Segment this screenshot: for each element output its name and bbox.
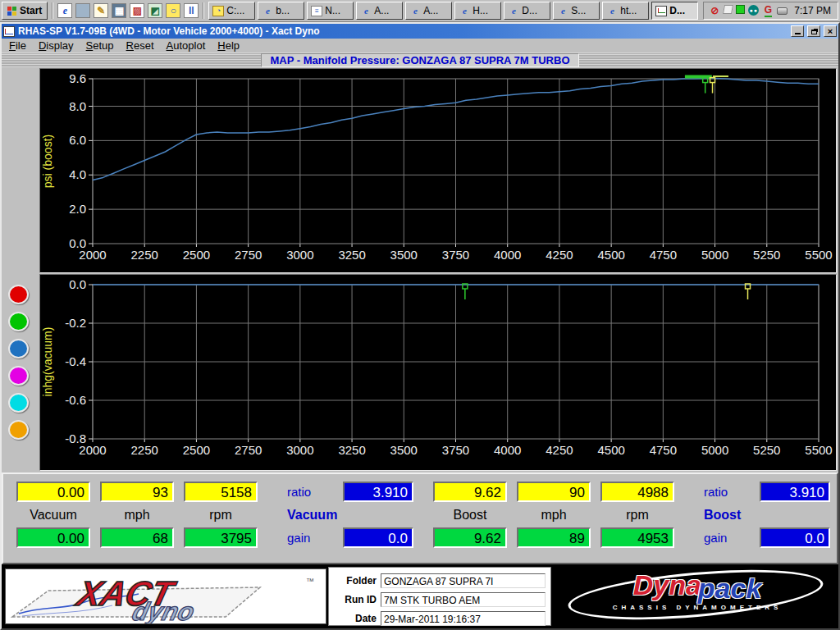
task-button-10[interactable]: D... <box>651 2 698 20</box>
menu-bar: FileDisplaySetupResetAutoplotHelp <box>2 39 838 53</box>
menu-reset[interactable]: Reset <box>121 39 161 52</box>
ie-icon: e <box>606 6 618 16</box>
boost-value-green: 9.62 <box>433 527 507 548</box>
task-button-label: D... <box>522 5 537 16</box>
run-color-button-3[interactable] <box>8 339 29 358</box>
svg-text:5000: 5000 <box>701 443 728 457</box>
run-color-button-2[interactable] <box>8 312 29 331</box>
task-button-label: A... <box>374 5 389 16</box>
gain-value: 0.0 <box>343 527 413 548</box>
svg-text:4250: 4250 <box>546 248 573 262</box>
menu-autoplot[interactable]: Autoplot <box>161 39 212 52</box>
run-color-button-6[interactable] <box>8 420 29 440</box>
svg-text:5250: 5250 <box>753 248 780 262</box>
minimize-button[interactable] <box>791 25 804 37</box>
boost-readout-group: 9.62 90 4988 ratio 3.910 Boost mph rpm B… <box>420 474 837 563</box>
system-tray: ⊘●●G 7:17 PM <box>703 2 838 20</box>
title-bar[interactable]: RHAS-SP V1.7-09B (4WD - Motor Vehicle 20… <box>2 24 838 39</box>
g-icon[interactable]: G <box>762 5 774 16</box>
menu-file[interactable]: File <box>3 39 33 52</box>
vacuum-chart[interactable]: 2000225025002750300032503500375040004250… <box>40 275 836 470</box>
svg-text:2750: 2750 <box>235 248 262 262</box>
start-button[interactable]: Start <box>2 2 48 20</box>
info-value-folder[interactable]: GONZAGA 87 SUPRA 7I <box>381 573 546 588</box>
dynapack-subtitle: CHASSIS DYNAMOMETERS <box>553 604 840 611</box>
run-color-button-4[interactable] <box>8 366 29 386</box>
ratio-label: ratio <box>684 482 750 502</box>
rpm-value-yellow: 5158 <box>184 482 258 502</box>
task-button-label: C:... <box>226 5 244 16</box>
svg-text:2250: 2250 <box>131 248 158 262</box>
ie-icon: e <box>409 6 421 16</box>
channels-icon[interactable] <box>75 3 90 18</box>
boost-chart-panel: 2000225025002750300032503500375040004250… <box>39 68 837 273</box>
svg-text:3250: 3250 <box>338 443 365 457</box>
task-button-2[interactable]: eb... <box>258 2 304 20</box>
vacuum-value-yellow: 0.00 <box>16 482 90 502</box>
notepad-icon: ≡ <box>311 6 322 16</box>
task-button-8[interactable]: eS... <box>553 2 600 20</box>
svg-text:4250: 4250 <box>546 443 573 457</box>
task-button-5[interactable]: eA... <box>405 2 452 20</box>
gain-label: gain <box>267 527 333 548</box>
svg-text:-0.4: -0.4 <box>65 354 86 368</box>
eraser-icon[interactable] <box>723 5 733 14</box>
mph-value-green: 68 <box>100 527 174 548</box>
menu-help[interactable]: Help <box>212 39 246 52</box>
svg-text:psi (boost): psi (boost) <box>41 135 54 188</box>
task-button-6[interactable]: eH... <box>454 2 501 20</box>
run-color-button-1[interactable] <box>8 285 29 304</box>
notepad-icon[interactable]: ✎ <box>94 3 108 18</box>
svg-text:2750: 2750 <box>235 443 262 457</box>
svg-text:5500: 5500 <box>805 248 832 262</box>
printer-icon[interactable] <box>777 7 788 15</box>
task-button-9[interactable]: eht... <box>602 2 649 20</box>
task-button-4[interactable]: eA... <box>356 2 403 20</box>
task-button-label: b... <box>276 5 290 16</box>
vacuum-value-green: 0.00 <box>16 527 90 548</box>
windows-flag-icon <box>7 7 17 16</box>
tray-icons: ⊘●●G <box>709 5 788 16</box>
columns-icon[interactable]: ll <box>184 3 199 18</box>
boost-value-yellow: 9.62 <box>433 482 507 502</box>
app-window: RHAS-SP V1.7-09B (4WD - Motor Vehicle 20… <box>0 22 840 630</box>
paint-icon[interactable]: ▨ <box>130 3 144 18</box>
svg-text:3500: 3500 <box>390 248 418 262</box>
dynapack-logo: Dynapack CHASSIS DYNAMOMETERS <box>553 564 840 628</box>
svg-text:4500: 4500 <box>597 248 624 262</box>
mph-value-yellow: 93 <box>100 482 174 502</box>
task-button-3[interactable]: ≡N... <box>307 2 354 20</box>
taskbar: Start e✎▦▨◩○ll ◔C:...eb...≡N...eA...eA..… <box>0 0 840 22</box>
start-label: Start <box>20 5 42 16</box>
app-icon <box>3 26 15 37</box>
green-square-icon[interactable] <box>736 5 745 14</box>
boost-column-label: Boost <box>433 507 507 523</box>
gain-value: 0.0 <box>760 527 830 548</box>
ie-icon: e <box>508 6 519 16</box>
svg-text:4.0: 4.0 <box>69 167 86 181</box>
imaging-icon[interactable]: ◩ <box>148 3 162 18</box>
svg-text:8.0: 8.0 <box>69 99 86 113</box>
calculator-icon[interactable]: ▦ <box>112 3 126 18</box>
ie-icon[interactable]: e <box>57 3 72 18</box>
run-color-buttons <box>8 285 36 440</box>
task-button-7[interactable]: eD... <box>504 2 550 20</box>
teal-circle-icon[interactable]: ●● <box>748 5 759 16</box>
blocked-icon[interactable]: ⊘ <box>709 5 720 16</box>
close-button[interactable]: × <box>824 25 837 37</box>
menu-setup[interactable]: Setup <box>80 39 121 52</box>
menu-display[interactable]: Display <box>33 39 80 52</box>
info-value-run-id[interactable]: 7M STK TURBO AEM <box>381 592 546 607</box>
svg-text:3250: 3250 <box>338 248 365 262</box>
svg-text:3750: 3750 <box>442 443 469 457</box>
boost-chart[interactable]: 2000225025002750300032503500375040004250… <box>40 69 836 273</box>
svg-text:2250: 2250 <box>131 443 158 457</box>
info-value-date[interactable]: 29-Mar-2011 19:16:37 <box>381 611 546 626</box>
search-icon[interactable]: ○ <box>166 3 180 18</box>
restore-button[interactable] <box>807 25 820 37</box>
info-label: Date <box>331 613 377 624</box>
dynapack-word-red: Dyna <box>633 569 701 600</box>
run-color-button-5[interactable] <box>8 393 29 413</box>
task-button-1[interactable]: ◔C:... <box>208 2 255 20</box>
svg-text:4000: 4000 <box>494 248 521 262</box>
